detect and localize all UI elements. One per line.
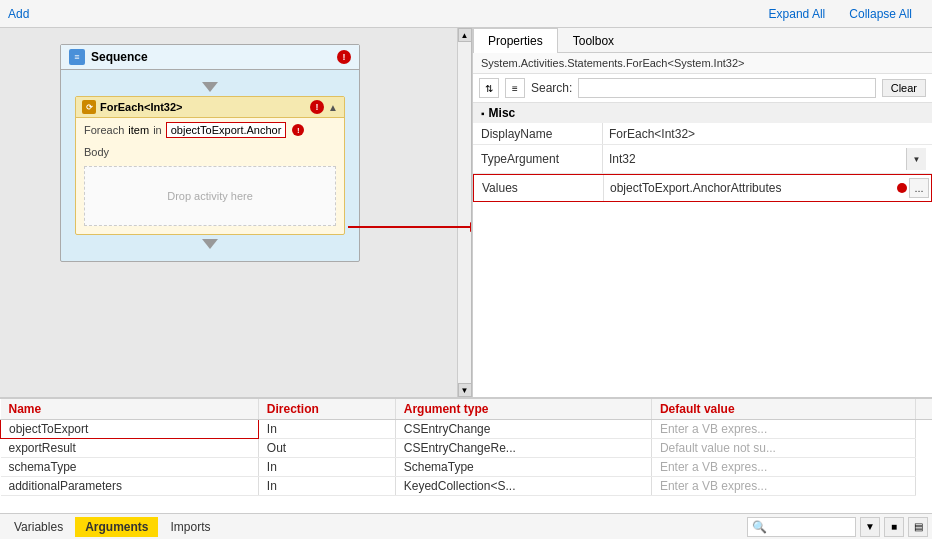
clear-button[interactable]: Clear — [882, 79, 926, 97]
foreach-value-box[interactable]: objectToExport.Anchor — [166, 122, 287, 138]
cell-argtype: KeyedCollection<S... — [395, 477, 651, 496]
bottom-tool-btn-1[interactable]: ▼ — [860, 517, 880, 537]
designer-pane: ≡ Sequence ! ⟳ ForEach<Int32> ! — [0, 28, 472, 397]
sort-az-btn[interactable]: ⇅ — [479, 78, 499, 98]
cell-default[interactable]: Default value not su... — [651, 439, 915, 458]
prop-value-displayname[interactable]: ForEach<Int32> — [603, 123, 932, 144]
sequence-container: ≡ Sequence ! ⟳ ForEach<Int32> ! — [60, 44, 360, 262]
table-body: objectToExportInCSEntryChangeEnter a VB … — [1, 420, 933, 496]
tab-imports[interactable]: Imports — [160, 517, 220, 537]
tab-variables[interactable]: Variables — [4, 517, 73, 537]
prop-search-bar: ⇅ ≡ Search: Clear — [473, 74, 932, 103]
values-actions: ... — [897, 178, 929, 198]
prop-grid: ▪ Misc DisplayName ForEach<Int32> TypeAr… — [473, 103, 932, 397]
expand-all-button[interactable]: Expand All — [769, 7, 826, 21]
table-header-row: Name Direction Argument type Default val… — [1, 399, 933, 420]
cell-name[interactable]: exportResult — [1, 439, 259, 458]
bottom-panel: Name Direction Argument type Default val… — [0, 397, 932, 539]
sort-category-icon: ≡ — [512, 83, 518, 94]
col-header-argtype: Argument type — [395, 399, 651, 420]
properties-pane: Properties Toolbox System.Activities.Sta… — [472, 28, 932, 397]
foreach-drop-area[interactable]: Drop activity here — [84, 166, 336, 226]
bottom-search-icon: 🔍 — [752, 520, 767, 534]
cell-argtype: SchemaType — [395, 458, 651, 477]
foreach-header: ⟳ ForEach<Int32> ! ▲ — [76, 97, 344, 118]
foreach-collapse-btn[interactable]: ▲ — [328, 102, 338, 113]
cell-default[interactable]: Enter a VB expres... — [651, 420, 915, 439]
foreach-in-label: in — [153, 124, 162, 136]
prop-name-displayname: DisplayName — [473, 123, 603, 144]
values-error-dot — [897, 183, 907, 193]
properties-tab-bar: Properties Toolbox — [473, 28, 932, 53]
tab-properties[interactable]: Properties — [473, 28, 558, 53]
sequence-header: ≡ Sequence ! — [61, 45, 359, 70]
cell-default[interactable]: Enter a VB expres... — [651, 458, 915, 477]
foreach-row: Foreach item in objectToExport.Anchor ! — [76, 118, 344, 142]
col-header-direction: Direction — [258, 399, 395, 420]
designer-vscroll[interactable]: ▲ ▼ — [457, 28, 471, 397]
collapse-all-button[interactable]: Collapse All — [849, 7, 912, 21]
foreach-bottom-arrow — [202, 239, 218, 249]
bottom-table-area: Name Direction Argument type Default val… — [0, 399, 932, 513]
sequence-icon: ≡ — [69, 49, 85, 65]
col-header-name: Name — [1, 399, 259, 420]
col-header-default: Default value — [651, 399, 915, 420]
prop-value-values[interactable]: objectToExport.AnchorAttributes ... — [604, 175, 931, 201]
bottom-toolbar-right: 🔍 ▼ ■ ▤ — [747, 517, 928, 537]
foreach-error-badge: ! — [310, 100, 324, 114]
col-header-scroll — [916, 399, 933, 420]
foreach-item-label: item — [128, 124, 149, 136]
foreach-value-error: ! — [292, 124, 304, 136]
cell-default[interactable]: Enter a VB expres... — [651, 477, 915, 496]
table-row: objectToExportInCSEntryChangeEnter a VB … — [1, 420, 933, 439]
cell-argtype: CSEntryChange — [395, 420, 651, 439]
arguments-table: Name Direction Argument type Default val… — [0, 399, 932, 496]
section-toggle-misc[interactable]: ▪ — [481, 108, 485, 119]
sort-category-btn[interactable]: ≡ — [505, 78, 525, 98]
search-label: Search: — [531, 81, 572, 95]
foreach-title: ⟳ ForEach<Int32> — [82, 100, 183, 114]
cell-direction: In — [258, 477, 395, 496]
bottom-search-box[interactable]: 🔍 — [747, 517, 856, 537]
cell-name[interactable]: additionalParameters — [1, 477, 259, 496]
bottom-tool-btn-2[interactable]: ■ — [884, 517, 904, 537]
prop-section-misc: ▪ Misc — [473, 103, 932, 123]
table-row: exportResultOutCSEntryChangeRe...Default… — [1, 439, 933, 458]
bottom-tool-btn-3[interactable]: ▤ — [908, 517, 928, 537]
typeargument-value-text[interactable]: Int32 — [609, 152, 636, 166]
foreach-label: ForEach<Int32> — [100, 101, 183, 113]
sequence-title: ≡ Sequence — [69, 49, 148, 65]
drop-label: Drop activity here — [167, 190, 253, 202]
foreach-block: ⟳ ForEach<Int32> ! ▲ Foreach item in obj… — [75, 96, 345, 235]
tab-toolbox[interactable]: Toolbox — [558, 28, 629, 53]
main-area: ≡ Sequence ! ⟳ ForEach<Int32> ! — [0, 28, 932, 397]
bottom-search-input[interactable] — [771, 521, 851, 533]
prop-name-values: Values — [474, 175, 604, 201]
cell-direction: In — [258, 458, 395, 477]
sort-az-icon: ⇅ — [485, 83, 493, 94]
tab-arguments[interactable]: Arguments — [75, 517, 158, 537]
cell-direction: In — [258, 420, 395, 439]
values-ellipsis-btn[interactable]: ... — [909, 178, 929, 198]
prop-value-typeargument: Int32 ▼ — [603, 145, 932, 173]
ellipsis-icon: ... — [914, 182, 923, 194]
scroll-up-btn[interactable]: ▲ — [458, 28, 472, 42]
table-row: schemaTypeInSchemaTypeEnter a VB expres.… — [1, 458, 933, 477]
cell-name[interactable]: objectToExport — [1, 420, 259, 439]
foreach-controls: ! ▲ — [310, 100, 338, 114]
bottom-tab-bar: Variables Arguments Imports 🔍 ▼ ■ ▤ — [0, 513, 932, 539]
prop-row-displayname: DisplayName ForEach<Int32> — [473, 123, 932, 145]
sequence-arrow — [202, 82, 218, 92]
typeargument-dropdown-arrow[interactable]: ▼ — [906, 148, 926, 170]
add-button[interactable]: Add — [8, 7, 29, 21]
sequence-error-badge: ! — [337, 50, 351, 64]
section-misc-label: Misc — [489, 106, 516, 120]
cell-name[interactable]: schemaType — [1, 458, 259, 477]
foreach-body-label: Body — [76, 142, 344, 162]
cell-argtype: CSEntryChangeRe... — [395, 439, 651, 458]
values-value-text: objectToExport.AnchorAttributes — [610, 181, 781, 195]
search-input[interactable] — [578, 78, 875, 98]
prop-name-typeargument: TypeArgument — [473, 145, 603, 173]
scroll-down-btn[interactable]: ▼ — [458, 383, 472, 397]
cell-direction: Out — [258, 439, 395, 458]
